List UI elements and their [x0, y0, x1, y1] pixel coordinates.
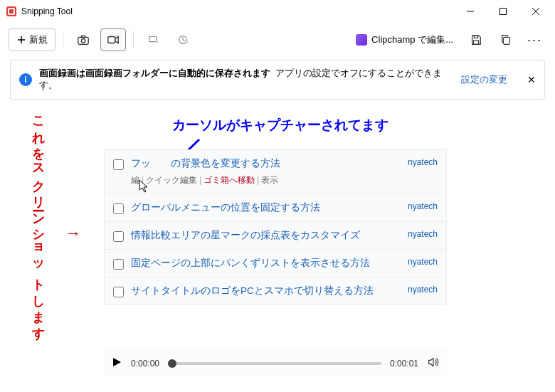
svg-rect-2: [9, 9, 14, 14]
post-author[interactable]: nyatech: [408, 285, 438, 295]
seek-slider[interactable]: [168, 362, 381, 365]
view-link[interactable]: 表示: [261, 175, 278, 185]
clipchamp-icon: [356, 34, 367, 46]
annotation-top: カーソルがキャプチャーされてます: [172, 116, 388, 134]
post-title[interactable]: 固定ページの上部にパンくずリストを表示させる方法: [131, 258, 370, 268]
list-item[interactable]: 固定ページの上部にパンくずリストを表示させる方法 nyatech: [105, 250, 446, 277]
copy-button[interactable]: [493, 28, 519, 51]
post-title[interactable]: グローバルメニューの位置を固定する方法: [131, 202, 320, 213]
new-button-label: 新規: [29, 33, 48, 46]
svg-rect-17: [474, 36, 477, 38]
svg-rect-12: [108, 37, 115, 43]
post-author[interactable]: nyatech: [408, 201, 438, 211]
svg-rect-9: [78, 37, 88, 44]
clipchamp-button[interactable]: Clipchamp で編集...: [350, 31, 459, 49]
plus-icon: [16, 35, 26, 45]
camera-icon: [77, 33, 90, 46]
edit-link[interactable]: 編: [131, 175, 139, 185]
copy-icon: [500, 33, 512, 46]
settings-link[interactable]: 設定の変更: [461, 74, 507, 86]
trash-link[interactable]: ゴミ箱へ移動: [204, 175, 255, 185]
row-checkbox[interactable]: [113, 259, 124, 270]
titlebar: Snipping Tool: [0, 0, 555, 23]
window-title: Snipping Tool: [21, 6, 454, 16]
delay-dropdown[interactable]: [171, 28, 196, 51]
svg-rect-13: [149, 37, 157, 42]
post-author[interactable]: nyatech: [408, 257, 438, 267]
clipchamp-label: Clipchamp で編集...: [371, 33, 453, 46]
svg-rect-18: [473, 41, 478, 44]
shape-dropdown[interactable]: [141, 28, 166, 51]
save-icon: [470, 33, 482, 46]
row-checkbox[interactable]: [113, 203, 124, 214]
minimize-button[interactable]: [454, 0, 487, 23]
rectangle-icon: [147, 33, 160, 46]
total-time: 0:00:01: [390, 359, 418, 369]
volume-button[interactable]: [427, 356, 440, 371]
seek-thumb[interactable]: [168, 359, 176, 368]
maximize-button[interactable]: [487, 0, 519, 23]
camera-button[interactable]: [70, 28, 96, 51]
list-item[interactable]: フッターの背景色を変更する方法 編|クイック編集|ゴミ箱へ移動|表示 nyate…: [105, 150, 446, 194]
play-button[interactable]: [111, 356, 122, 370]
annotation-arrow-right: →: [65, 224, 81, 243]
list-item[interactable]: サイトタイトルのロゴをPCとスマホで切り替える方法 nyatech: [105, 277, 446, 304]
more-button[interactable]: ···: [523, 33, 546, 48]
svg-line-16: [183, 40, 185, 41]
post-author[interactable]: nyatech: [408, 157, 438, 167]
info-banner: i 画面録画は画面録画フォルダーに自動的に保存されます アプリの設定でオフにする…: [10, 60, 545, 100]
captured-content: フッターの背景色を変更する方法 編|クイック編集|ゴミ箱へ移動|表示 nyate…: [104, 149, 447, 305]
banner-close-button[interactable]: ✕: [527, 74, 536, 85]
post-title[interactable]: 情報比較エリアの星マークの採点表をカスタマイズ: [131, 230, 360, 240]
row-actions: 編|クイック編集|ゴミ箱へ移動|表示: [131, 174, 401, 186]
list-item[interactable]: グローバルメニューの位置を固定する方法 nyatech: [105, 194, 446, 222]
row-checkbox[interactable]: [113, 159, 124, 170]
toolbar: 新規 Clipchamp で編集... ···: [0, 23, 555, 57]
list-item[interactable]: 情報比較エリアの星マークの採点表をカスタマイズ nyatech: [105, 222, 446, 250]
post-author[interactable]: nyatech: [408, 229, 438, 239]
current-time: 0:00:00: [131, 359, 159, 369]
video-icon: [107, 33, 120, 46]
banner-message: 画面録画は画面録画フォルダーに自動的に保存されます アプリの設定でオフにすること…: [39, 68, 454, 92]
new-button[interactable]: 新規: [9, 28, 56, 51]
save-button[interactable]: [463, 28, 489, 51]
post-title[interactable]: フッターの背景色を変更する方法: [131, 158, 280, 169]
svg-point-10: [81, 39, 85, 43]
svg-rect-19: [503, 37, 509, 44]
post-title[interactable]: サイトタイトルのロゴをPCとスマホで切り替える方法: [131, 285, 374, 296]
row-checkbox[interactable]: [113, 287, 124, 297]
close-button[interactable]: [519, 0, 552, 23]
svg-rect-11: [81, 36, 85, 38]
row-checkbox[interactable]: [113, 231, 124, 242]
info-icon: i: [19, 73, 32, 86]
divider: [133, 31, 134, 48]
window-controls: [454, 0, 552, 23]
video-button[interactable]: [100, 28, 126, 51]
app-icon: [6, 6, 17, 17]
media-player: 0:00:00 0:00:01: [104, 350, 447, 376]
quick-edit-link[interactable]: クイック編集: [146, 175, 197, 185]
divider: [63, 31, 63, 48]
clock-icon: [177, 33, 190, 46]
annotation-vertical: これをスクリーンショットします: [30, 107, 47, 335]
svg-rect-4: [500, 9, 507, 15]
